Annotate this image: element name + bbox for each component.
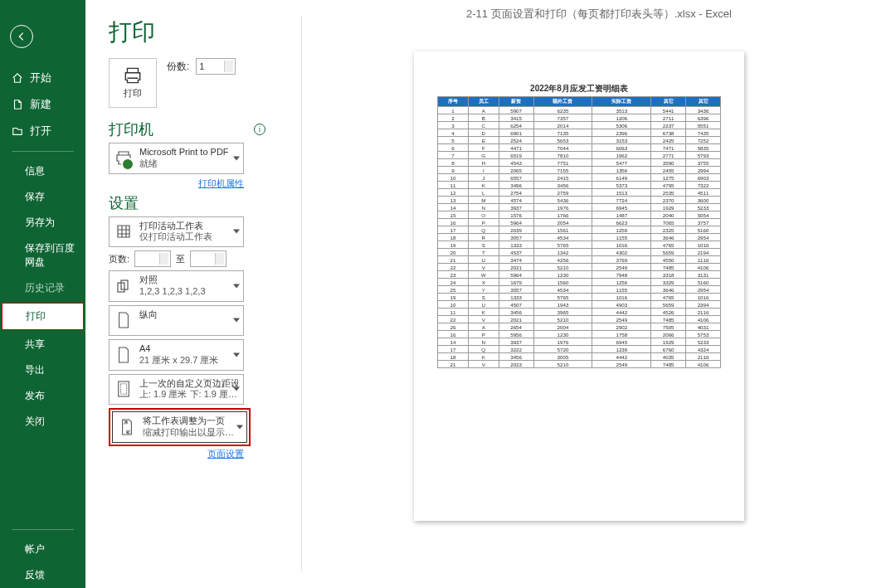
settings-section-title: 设置: [109, 193, 268, 213]
window-title: 2-11 页面设置和打印（每页都打印表头等）.xlsx - Excel: [302, 7, 896, 22]
margins-dropdown[interactable]: 上一次的自定义页边距设置 上: 1.9 厘米 下: 1.9 厘米…: [109, 374, 244, 406]
printer-section-title: 打印机 i: [109, 119, 268, 139]
collate-icon: [114, 275, 133, 297]
nav-save[interactable]: 保存: [0, 184, 85, 210]
nav-history[interactable]: 历史记录: [0, 275, 85, 301]
orientation-dropdown[interactable]: 纵向: [109, 305, 244, 337]
svg-rect-3: [120, 384, 126, 395]
scaling-highlight: 将工作表调整为一页 缩减打印输出以显示在一…: [109, 408, 251, 446]
nav-home[interactable]: 开始: [0, 65, 85, 91]
copies-spinner[interactable]: 1: [196, 58, 236, 75]
page-title: 打印: [109, 17, 268, 48]
paper-size-dropdown[interactable]: A4 21 厘米 x 29.7 厘米: [109, 339, 244, 371]
fit-page-icon: [118, 416, 136, 438]
printer-properties-link[interactable]: 打印机属性: [198, 178, 244, 188]
print-settings-panel: 打印 打印 份数: 1 打印机 i Micr: [85, 0, 276, 588]
sheet-title: 2022年8月应发工资明细表: [437, 83, 721, 95]
print-what-dropdown[interactable]: 打印活动工作表 仅打印活动工作表: [109, 216, 244, 248]
nav-saveas[interactable]: 另存为: [0, 210, 85, 236]
back-button[interactable]: [10, 25, 33, 48]
pages-to-label: 至: [176, 253, 185, 265]
printer-icon: [122, 66, 144, 85]
nav-export[interactable]: 导出: [0, 357, 85, 383]
print-preview-page: 2022年8月应发工资明细表 序号员工薪资额外工资实际工资其它其它 1A5907…: [414, 51, 744, 521]
nav-open[interactable]: 打开: [0, 118, 85, 144]
printer-dropdown[interactable]: Microsoft Print to PDF 就绪: [109, 143, 244, 174]
nav-save-baidu[interactable]: 保存到百度网盘: [0, 236, 85, 275]
pages-from-spinner[interactable]: [134, 250, 171, 267]
print-button[interactable]: 打印: [109, 58, 157, 108]
info-icon[interactable]: i: [254, 124, 265, 135]
scaling-dropdown[interactable]: 将工作表调整为一页 缩减打印输出以显示在一…: [112, 411, 247, 443]
page-icon: [114, 344, 133, 366]
nav-info[interactable]: 信息: [0, 158, 85, 184]
nav-new[interactable]: 新建: [0, 91, 85, 118]
pages-to-spinner[interactable]: [190, 250, 226, 267]
collate-dropdown[interactable]: 对照 1,2,3 1,2,3 1,2,3: [109, 270, 244, 302]
nav-feedback[interactable]: 反馈: [0, 562, 85, 588]
pages-label: 页数:: [109, 253, 129, 265]
preview-table: 序号员工薪资额外工资实际工资其它其它 1A5907623535135441343…: [437, 96, 721, 368]
printer-icon-small: [114, 148, 133, 169]
portrait-icon: [114, 309, 133, 331]
preview-panel: 2-11 页面设置和打印（每页都打印表头等）.xlsx - Excel 2022…: [302, 0, 896, 588]
nav-print[interactable]: 打印: [2, 303, 84, 330]
grid-icon: [114, 221, 133, 242]
page-setup-link[interactable]: 页面设置: [207, 449, 244, 459]
nav-share[interactable]: 共享: [0, 332, 85, 357]
nav-close[interactable]: 关闭: [0, 409, 85, 435]
nav-account[interactable]: 帐户: [0, 537, 85, 562]
nav-publish[interactable]: 发布: [0, 383, 85, 409]
margins-icon: [114, 378, 133, 400]
copies-label: 份数:: [167, 60, 189, 74]
backstage-sidebar: 开始 新建 打开 信息 保存 另存为 保存到百度网盘 历史记录 打印 共享 导出…: [0, 0, 85, 588]
